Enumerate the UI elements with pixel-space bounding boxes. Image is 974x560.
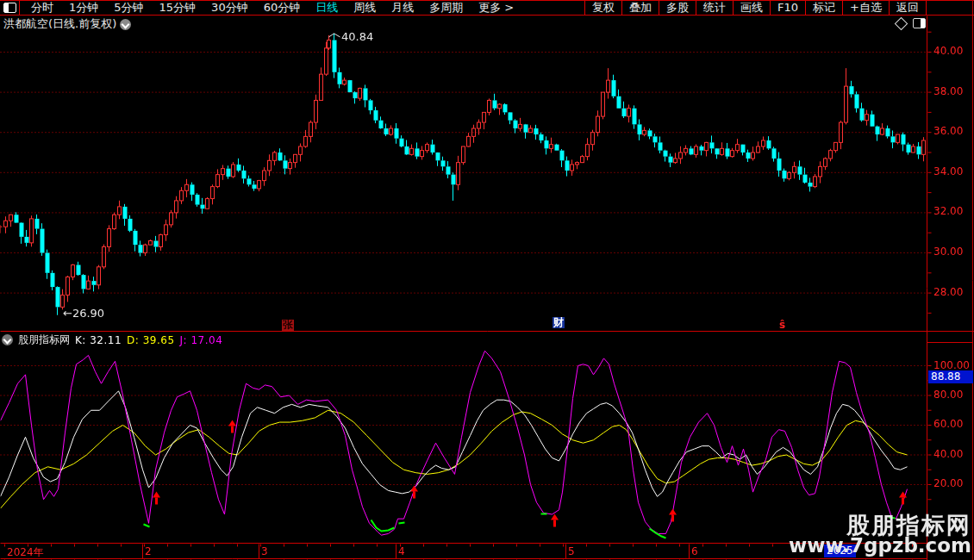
indicator-axis-label: 80.00	[933, 389, 963, 401]
price-axis-label: 38.00	[933, 85, 963, 97]
chart-canvas[interactable]	[0, 0, 974, 560]
price-axis-label: 36.00	[933, 125, 963, 137]
watermark-site-name: 股朋指标网	[789, 514, 971, 536]
x-axis-label: 3	[261, 545, 268, 557]
price-axis-label: 30.00	[933, 246, 963, 258]
trading-app-window: 分时1分钟5分钟15分钟30分钟60分钟日线周线月线多周期更多 > 复权叠加多股…	[0, 0, 974, 560]
x-axis-label: 2024年	[7, 545, 44, 560]
x-axis-label: 4	[398, 545, 405, 557]
k-value: K: 32.11	[75, 334, 122, 346]
indicator-axis-label: 40.00	[933, 448, 963, 460]
x-axis-label: 5	[568, 545, 575, 557]
x-axis-label: 6	[691, 545, 698, 557]
watermark-site-url: www.7gpzb.com	[789, 536, 971, 555]
chart-marker: 张	[282, 320, 294, 331]
indicator-axis-label: 100.00	[933, 359, 970, 371]
indicator-axis-label: 20.00	[933, 477, 963, 489]
indicator-header: 股朋指标网 K: 32.11 D: 39.65 J: 17.04	[2, 333, 222, 347]
price-axis-label: 40.00	[933, 45, 963, 57]
price-axis-label: 32.00	[933, 205, 963, 217]
price-axis-label: 34.00	[933, 165, 963, 177]
low-price-annotation: ←26.90	[63, 307, 104, 320]
site-watermark: 股朋指标网 www.7gpzb.com	[789, 514, 971, 555]
indicator-name[interactable]: 股朋指标网	[18, 333, 70, 347]
chart-marker: ŝ	[778, 320, 786, 331]
indicator-axis-label: 60.00	[933, 418, 963, 430]
indicator-last-value-badge: 88.88	[928, 370, 973, 383]
j-value: J: 17.04	[180, 334, 223, 346]
chart-marker: 财	[553, 317, 565, 328]
x-axis-label: 2	[145, 545, 152, 557]
price-axis-label: 28.00	[933, 286, 963, 298]
d-value: D: 39.65	[127, 334, 174, 346]
high-price-annotation: 40.84	[341, 30, 373, 43]
indicator-collapse-icon[interactable]	[2, 334, 13, 345]
